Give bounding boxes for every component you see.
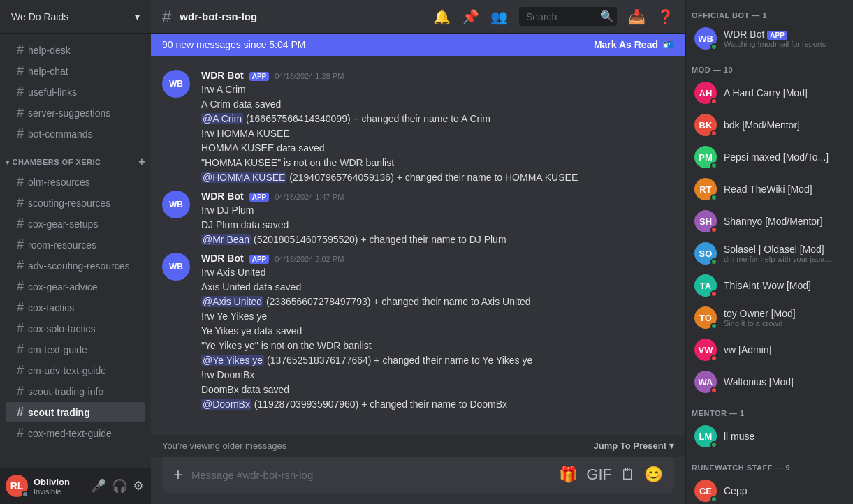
member-item[interactable]: TO toy Owner [Mod] Sing it to a crowd: [689, 302, 850, 333]
channel-item-cox-med-text-guide[interactable]: # cox-med-text-guide: [6, 423, 145, 443]
channel-item-cox-tactics[interactable]: # cox-tactics: [6, 297, 145, 318]
mention[interactable]: @Mr Bean: [201, 234, 251, 245]
status-indicator: [710, 323, 717, 329]
member-item[interactable]: SH Shannyo [Mod/Mentor]: [689, 206, 850, 237]
mention[interactable]: @HOMMA KUSEE: [201, 172, 286, 183]
member-info: WDR Bot APP Watching !modmail for report…: [724, 29, 826, 48]
channel-item-useful-links[interactable]: # useful-links: [6, 82, 145, 102]
hash-icon: #: [17, 84, 24, 99]
channel-item-cm-adv-text-guide[interactable]: # cm-adv-text-guide: [6, 360, 145, 380]
member-item[interactable]: LM ll muse: [689, 421, 850, 452]
channel-item-cox-solo-tactics[interactable]: # cox-solo-tactics: [6, 318, 145, 339]
channel-item-cox-gear-advice[interactable]: # cox-gear-advice: [6, 276, 145, 297]
avatar: WB: [162, 70, 190, 98]
message-input[interactable]: [191, 461, 551, 489]
channel-title: wdr-bot-rsn-log: [180, 10, 257, 22]
search-box[interactable]: 🔍: [519, 7, 617, 26]
gift-icon[interactable]: 🎁: [559, 466, 578, 484]
server-name: We Do Raids: [11, 11, 68, 22]
member-avatar: BK: [694, 114, 717, 136]
mute-button[interactable]: 🎤: [89, 477, 108, 495]
emoji-icon[interactable]: 😊: [644, 466, 663, 484]
message-header: WDR Bot APP 04/18/2024 2:02 PM: [201, 253, 674, 264]
member-avatar: WA: [694, 371, 717, 393]
category-chambers-of-xeric[interactable]: ▾ CHAMBERS OF XERIC +: [0, 144, 151, 171]
member-category-official-bot: OFFICIAL BOT — 1: [686, 0, 853, 22]
bell-icon[interactable]: 🔔: [433, 8, 451, 25]
deafen-button[interactable]: 🎧: [110, 477, 129, 495]
search-input[interactable]: [526, 11, 596, 22]
member-item[interactable]: CE Cepp: [689, 475, 850, 504]
member-item[interactable]: AH A Hard Carry [Mod]: [689, 77, 850, 108]
channel-item-help-chat[interactable]: # help-chat: [6, 61, 145, 81]
member-info: Pepsi maxed [Mod/To...]: [724, 151, 829, 163]
gif-icon[interactable]: GIF: [586, 466, 612, 484]
hash-icon: #: [17, 175, 24, 189]
inbox-icon[interactable]: 📥: [628, 8, 646, 25]
member-item[interactable]: BK bdk [Mod/Mentor]: [689, 110, 850, 140]
server-header[interactable]: We Do Raids ▾: [0, 0, 151, 34]
inbox-mark-icon: 📬: [662, 39, 674, 50]
mention[interactable]: @A Crim: [201, 113, 243, 124]
mention[interactable]: @DoomBx: [201, 399, 251, 410]
channel-item-room-resources[interactable]: # room-resources: [6, 235, 145, 255]
add-channel-button[interactable]: +: [138, 156, 145, 168]
status-indicator: [710, 43, 717, 50]
help-icon[interactable]: ❓: [657, 8, 674, 25]
member-item[interactable]: RT Read TheWiki [Mod]: [689, 174, 850, 205]
message-line: !rw DoomBx: [201, 368, 674, 383]
hash-icon: #: [17, 321, 24, 336]
channel-item-adv-scouting-resources[interactable]: # adv-scouting-resources: [6, 255, 145, 276]
sidebar: We Do Raids ▾ # help-desk # help-chat # …: [0, 0, 151, 504]
channel-item-help-desk[interactable]: # help-desk: [6, 40, 145, 60]
channel-item-server-suggestions[interactable]: # server-suggestions: [6, 103, 145, 123]
channel-item-scout-trading-info[interactable]: # scout-trading-info: [6, 381, 145, 401]
member-avatar: SO: [694, 242, 717, 265]
pin-icon[interactable]: 📌: [462, 8, 479, 25]
member-item[interactable]: PM Pepsi maxed [Mod/To...]: [689, 142, 850, 172]
member-avatar: TA: [694, 274, 717, 297]
channel-item-cm-text-guide[interactable]: # cm-text-guide: [6, 339, 145, 360]
member-name: WDR Bot APP: [724, 29, 826, 40]
member-name: Shannyo [Mod/Mentor]: [724, 216, 823, 227]
hash-icon: #: [17, 342, 24, 357]
member-avatar: AH: [694, 82, 717, 104]
mention[interactable]: @Ye Yikes ye: [201, 355, 264, 366]
sticker-icon[interactable]: 🗒: [620, 466, 636, 484]
status-indicator: [710, 194, 717, 201]
channel-item-bot-commands[interactable]: # bot-commands: [6, 124, 145, 144]
member-item-wdr-bot[interactable]: WB WDR Bot APP Watching !modmail for rep…: [689, 23, 850, 54]
members-icon[interactable]: 👥: [490, 8, 508, 25]
notification-text: 90 new messages since 5:04 PM: [162, 39, 594, 50]
chevron-down-icon: ▾: [669, 440, 674, 451]
hash-icon: #: [17, 363, 24, 378]
mention[interactable]: @Axis United: [201, 296, 263, 307]
app-badge: APP: [249, 255, 270, 264]
channel-item-scouting-resources[interactable]: # scouting-resources: [6, 193, 145, 213]
attach-button[interactable]: +: [173, 457, 183, 493]
member-name: A Hard Carry [Mod]: [724, 87, 808, 98]
notification-banner: 90 new messages since 5:04 PM Mark As Re…: [151, 34, 685, 56]
member-item[interactable]: SO Solasel | Oldasel [Mod] dm me for hel…: [689, 238, 850, 269]
mark-as-read-button[interactable]: Mark As Read 📬: [594, 39, 674, 50]
message-line: Ye Yikes ye data saved: [201, 324, 674, 339]
channel-item-scout-trading[interactable]: # scout trading: [6, 402, 145, 422]
member-category-mentor: MENTOR — 1: [686, 398, 853, 420]
member-item[interactable]: TA ThisAint-Wow [Mod]: [689, 270, 850, 301]
message-content: WDR Bot APP 04/18/2024 2:02 PM !rw Axis …: [201, 253, 674, 412]
member-sub: Sing it to a crowd: [724, 319, 796, 327]
member-item[interactable]: WA Waltonius [Mod]: [689, 366, 850, 397]
jump-to-present-button[interactable]: Jump To Present ▾: [593, 440, 674, 451]
status-indicator: [710, 355, 717, 362]
channel-item-olm-resources[interactable]: # olm-resources: [6, 172, 145, 192]
message-content: WDR Bot APP 04/18/2024 1:28 PM !rw A Cri…: [201, 70, 674, 185]
settings-button[interactable]: ⚙: [131, 477, 145, 495]
message-time: 04/18/2024 1:47 PM: [275, 193, 344, 201]
message-line: Axis United data saved: [201, 280, 674, 295]
member-item[interactable]: VW vw [Admin]: [689, 334, 850, 365]
member-avatar: TO: [694, 306, 717, 329]
message-line: DoomBx data saved: [201, 383, 674, 397]
channel-item-cox-gear-setups[interactable]: # cox-gear-setups: [6, 214, 145, 234]
message-line: "HOMMA KUSEE" is not on the WDR banlist: [201, 156, 674, 170]
message-group: WB WDR Bot APP 04/18/2024 2:02 PM !rw Ax…: [151, 250, 685, 415]
